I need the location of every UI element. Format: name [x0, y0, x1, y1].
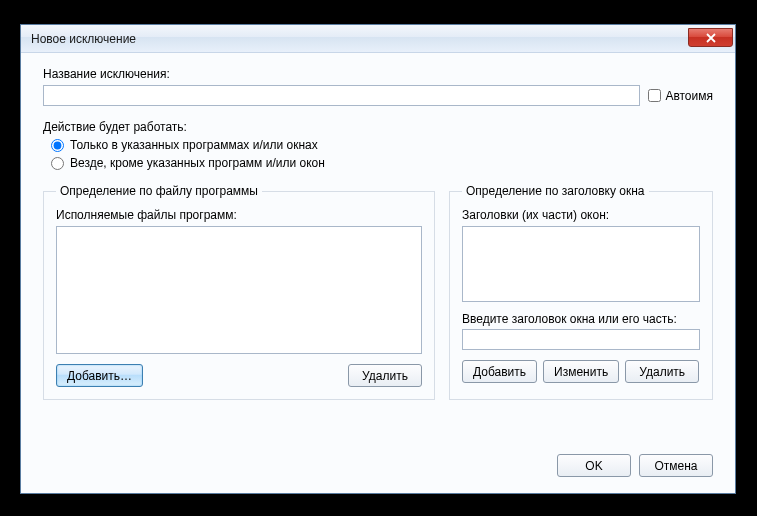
- byfile-list-label: Исполняемые файлы программ:: [56, 208, 422, 222]
- window-title-input[interactable]: [462, 329, 700, 350]
- window-title: Новое исключение: [31, 32, 688, 46]
- ok-button[interactable]: OK: [557, 454, 631, 477]
- radio-only[interactable]: [51, 139, 64, 152]
- titlebar: Новое исключение: [21, 25, 735, 53]
- close-icon: [705, 33, 717, 43]
- bytitle-edit-button[interactable]: Изменить: [543, 360, 619, 383]
- radio-except-label: Везде, кроме указанных программ и/или ок…: [70, 156, 325, 170]
- byfile-add-button[interactable]: Добавить…: [56, 364, 143, 387]
- radio-except[interactable]: [51, 157, 64, 170]
- name-label: Название исключения:: [43, 67, 713, 81]
- cancel-button[interactable]: Отмена: [639, 454, 713, 477]
- byfile-legend: Определение по файлу программы: [56, 184, 262, 198]
- close-button[interactable]: [688, 28, 733, 47]
- autoname-wrap[interactable]: Автоимя: [648, 89, 713, 103]
- bytitle-list-label: Заголовки (их части) окон:: [462, 208, 700, 222]
- bytitle-add-button[interactable]: Добавить: [462, 360, 537, 383]
- action-label: Действие будет работать:: [43, 120, 713, 134]
- exception-name-input[interactable]: [43, 85, 640, 106]
- bytitle-legend: Определение по заголовку окна: [462, 184, 649, 198]
- radio-except-wrap[interactable]: Везде, кроме указанных программ и/или ок…: [51, 156, 713, 170]
- radio-only-wrap[interactable]: Только в указанных программах и/или окна…: [51, 138, 713, 152]
- fieldset-by-title: Определение по заголовку окна Заголовки …: [449, 184, 713, 400]
- action-radio-group: Только в указанных программах и/или окна…: [43, 138, 713, 170]
- radio-only-label: Только в указанных программах и/или окна…: [70, 138, 318, 152]
- client-area: Название исключения: Автоимя Действие бу…: [21, 53, 735, 493]
- autoname-checkbox[interactable]: [648, 89, 661, 102]
- bytitle-input-label: Введите заголовок окна или его часть:: [462, 312, 700, 326]
- autoname-label: Автоимя: [665, 89, 713, 103]
- dialog-window: Новое исключение Название исключения: Ав…: [20, 24, 736, 494]
- executable-files-listbox[interactable]: [56, 226, 422, 354]
- bytitle-delete-button[interactable]: Удалить: [625, 360, 699, 383]
- fieldset-by-file: Определение по файлу программы Исполняем…: [43, 184, 435, 400]
- dialog-footer: OK Отмена: [557, 454, 713, 477]
- window-titles-listbox[interactable]: [462, 226, 700, 302]
- byfile-delete-button[interactable]: Удалить: [348, 364, 422, 387]
